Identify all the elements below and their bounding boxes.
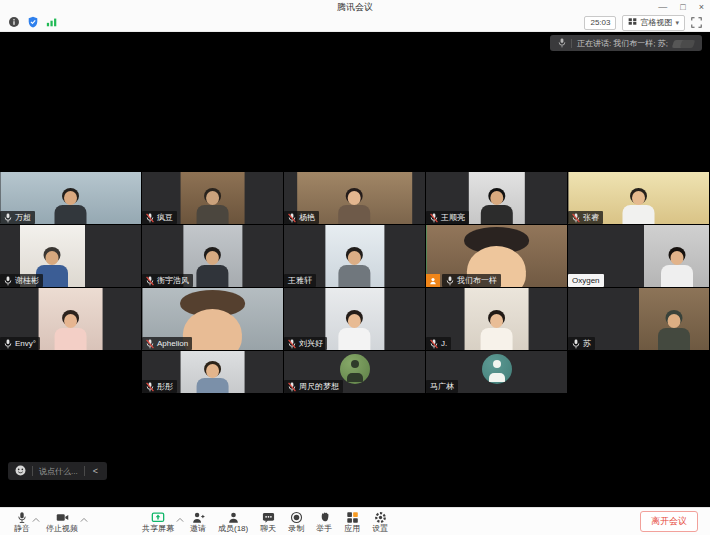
- toolbar-item-label: 邀请: [190, 524, 206, 533]
- mic-muted-icon: [146, 382, 154, 392]
- video-tile[interactable]: J.: [426, 288, 567, 350]
- participant-name: Oxygen: [572, 274, 600, 287]
- mic-muted-icon: [146, 213, 154, 223]
- mic-muted-icon: [430, 339, 438, 349]
- tile-label-bar: Envy°: [0, 337, 40, 350]
- video-tile[interactable]: Oxygen: [568, 225, 709, 287]
- participant-name: 苏: [583, 337, 591, 350]
- tile-label-bar: 我们布一样: [426, 274, 501, 287]
- toolbar-chat-button[interactable]: 聊天: [260, 511, 276, 533]
- chat-icon: [262, 511, 275, 524]
- layout-view-button[interactable]: 宫格视图 ▾: [622, 15, 685, 31]
- mic-on-icon: [572, 339, 580, 349]
- participant-name: Aphelion: [157, 337, 188, 350]
- video-tile[interactable]: 王雅轩: [284, 225, 425, 287]
- tile-label-bar: 疯豆: [142, 211, 177, 224]
- participant-name: 衡宇浩风: [157, 274, 189, 287]
- participant-name-label: 苏: [568, 337, 595, 350]
- tile-label-bar: Aphelion: [142, 337, 192, 350]
- video-tile[interactable]: 疯豆: [142, 172, 283, 224]
- chevron-up-icon[interactable]: [80, 509, 88, 527]
- toolbar-invite-button[interactable]: 邀请: [190, 511, 206, 533]
- toolbar-members-button[interactable]: 成员(18): [218, 511, 248, 533]
- video-tile[interactable]: 彤彤: [142, 351, 283, 393]
- toolbar-microphone-button[interactable]: 静音: [14, 511, 30, 533]
- chevron-up-icon[interactable]: [32, 509, 40, 527]
- toolbar-raise-hand-button[interactable]: 举手: [316, 511, 332, 533]
- quick-chat-bar[interactable]: 说点什么... <: [8, 462, 107, 480]
- fullscreen-icon[interactable]: [691, 14, 702, 32]
- participant-name-label: 彤彤: [142, 380, 177, 393]
- participant-name: 马广林: [430, 380, 454, 393]
- video-tile[interactable]: 刘兴好: [284, 288, 425, 350]
- participant-name: 我们布一样: [457, 274, 497, 287]
- security-shield-icon[interactable]: [27, 14, 39, 32]
- participant-name: 刘兴好: [299, 337, 323, 350]
- tile-label-bar: Oxygen: [568, 274, 604, 287]
- video-tile[interactable]: 张睿: [568, 172, 709, 224]
- toolbar-share-screen-button[interactable]: 共享屏幕: [142, 511, 174, 533]
- participant-name-label: 疯豆: [142, 211, 177, 224]
- video-tile[interactable]: 万超: [0, 172, 141, 224]
- video-tile[interactable]: 王顺亮: [426, 172, 567, 224]
- video-tile[interactable]: 周尺的梦想: [284, 351, 425, 393]
- participant-video: [325, 288, 384, 350]
- participant-name-label: Oxygen: [568, 274, 604, 287]
- video-tile[interactable]: Envy°: [0, 288, 141, 350]
- toolbar-apps-button[interactable]: 应用: [344, 511, 360, 533]
- video-tile[interactable]: 马广林: [426, 351, 567, 393]
- video-tile[interactable]: 衡宇浩风: [142, 225, 283, 287]
- maximize-button[interactable]: □: [680, 0, 685, 15]
- collapse-chat-button[interactable]: <: [91, 466, 100, 476]
- tile-label-bar: 衡宇浩风: [142, 274, 193, 287]
- network-signal-icon[interactable]: [46, 14, 58, 32]
- toolbar-item-label: 共享屏幕: [142, 524, 174, 533]
- participant-video: [180, 172, 245, 224]
- microphone-icon: [16, 511, 28, 524]
- apps-icon: [346, 511, 359, 524]
- chat-input-placeholder[interactable]: 说点什么...: [39, 466, 78, 477]
- close-button[interactable]: ×: [699, 0, 704, 15]
- tile-label-bar: 张睿: [568, 211, 603, 224]
- toolbar-item-label: 停止视频: [46, 524, 78, 533]
- toolbar-camera-button[interactable]: 停止视频: [46, 511, 78, 533]
- toolbar-item-label: 应用: [344, 524, 360, 533]
- video-tile[interactable]: Aphelion: [142, 288, 283, 350]
- info-icon[interactable]: [8, 14, 20, 32]
- video-tile[interactable]: 杨艳: [284, 172, 425, 224]
- tile-label-bar: 周尺的梦想: [284, 380, 343, 393]
- toolbar-item-label: 聊天: [260, 524, 276, 533]
- toolbar-item-label: 成员(18): [218, 524, 248, 533]
- participant-name-label: 周尺的梦想: [284, 380, 343, 393]
- emoji-smile-icon[interactable]: [15, 462, 26, 480]
- tile-label-bar: J.: [426, 337, 451, 350]
- statusbar: 25:03 宫格视图 ▾: [0, 15, 710, 32]
- raise-hand-icon: [318, 511, 331, 524]
- participant-name-label: 马广林: [426, 380, 458, 393]
- mic-on-icon: [4, 339, 12, 349]
- mic-on-icon: [558, 34, 566, 52]
- participant-name: J.: [441, 337, 447, 350]
- video-tile[interactable]: 谢桂彬: [0, 225, 141, 287]
- participant-name-label: 衡宇浩风: [142, 274, 193, 287]
- grid-row: Envy°Aphelion刘兴好J.苏: [0, 288, 710, 350]
- grid-row: 万超疯豆杨艳王顺亮张睿: [0, 172, 710, 224]
- toolbar-settings-button[interactable]: 设置: [372, 511, 388, 533]
- mic-muted-icon: [288, 339, 296, 349]
- leave-meeting-button[interactable]: 离开会议: [640, 511, 698, 532]
- chevron-up-icon[interactable]: [176, 509, 184, 527]
- participant-video: [325, 225, 384, 287]
- toolbar-item-label: 举手: [316, 524, 332, 533]
- toolbar-record-button[interactable]: 录制: [288, 511, 304, 533]
- video-tile[interactable]: 我们布一样: [426, 225, 567, 287]
- participant-name: 王雅轩: [288, 274, 312, 287]
- mic-muted-icon: [430, 213, 438, 223]
- minimize-button[interactable]: —: [658, 0, 667, 15]
- speaking-indicator: 正在讲话: 我们布一样; 苏;: [550, 35, 702, 51]
- toolbar-item-label: 设置: [372, 524, 388, 533]
- video-tile[interactable]: 苏: [568, 288, 709, 350]
- chevron-down-icon: ▾: [675, 18, 679, 28]
- tencent-meeting-window: 腾讯会议 — □ × 25:03 宫格视图 ▾: [0, 0, 710, 535]
- participant-name: 杨艳: [299, 211, 315, 224]
- participant-avatar: [482, 354, 512, 384]
